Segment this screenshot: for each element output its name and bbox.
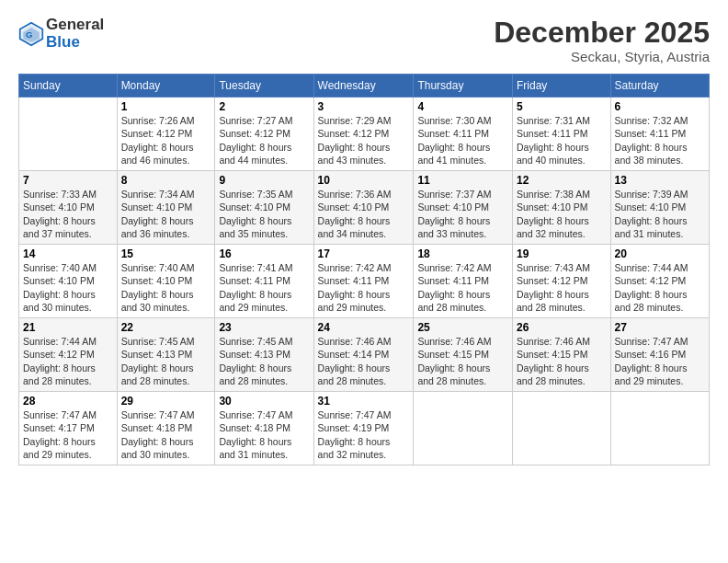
calendar-day-cell [610, 392, 709, 465]
day-info: Sunrise: 7:43 AM Sunset: 4:12 PM Dayligh… [517, 261, 607, 314]
day-number: 16 [219, 247, 309, 260]
calendar-day-header: Saturday [610, 75, 709, 98]
calendar-day-header: Thursday [414, 75, 513, 98]
day-number: 19 [517, 247, 607, 260]
day-number: 9 [219, 174, 309, 187]
calendar-day-cell: 15Sunrise: 7:40 AM Sunset: 4:10 PM Dayli… [117, 245, 215, 318]
day-info: Sunrise: 7:45 AM Sunset: 4:13 PM Dayligh… [219, 335, 309, 387]
day-info: Sunrise: 7:32 AM Sunset: 4:11 PM Dayligh… [615, 114, 705, 167]
day-number: 11 [417, 174, 508, 187]
day-info: Sunrise: 7:47 AM Sunset: 4:16 PM Dayligh… [615, 335, 705, 387]
day-info: Sunrise: 7:44 AM Sunset: 4:12 PM Dayligh… [23, 335, 113, 387]
calendar-day-header: Friday [512, 75, 610, 98]
day-number: 10 [318, 174, 410, 187]
day-info: Sunrise: 7:46 AM Sunset: 4:15 PM Dayligh… [417, 335, 508, 387]
day-info: Sunrise: 7:33 AM Sunset: 4:10 PM Dayligh… [23, 188, 113, 240]
day-info: Sunrise: 7:38 AM Sunset: 4:10 PM Dayligh… [517, 188, 607, 240]
day-info: Sunrise: 7:47 AM Sunset: 4:18 PM Dayligh… [121, 408, 211, 461]
calendar-day-cell: 7Sunrise: 7:33 AM Sunset: 4:10 PM Daylig… [19, 171, 118, 245]
calendar-day-cell: 30Sunrise: 7:47 AM Sunset: 4:18 PM Dayli… [215, 392, 313, 465]
day-info: Sunrise: 7:40 AM Sunset: 4:10 PM Dayligh… [23, 261, 113, 314]
day-info: Sunrise: 7:36 AM Sunset: 4:10 PM Dayligh… [318, 188, 410, 240]
day-info: Sunrise: 7:47 AM Sunset: 4:19 PM Dayligh… [318, 408, 410, 461]
calendar-day-cell: 8Sunrise: 7:34 AM Sunset: 4:10 PM Daylig… [117, 171, 215, 245]
calendar-day-cell: 27Sunrise: 7:47 AM Sunset: 4:16 PM Dayli… [610, 318, 709, 392]
day-number: 26 [517, 321, 607, 334]
day-number: 21 [23, 321, 113, 334]
day-info: Sunrise: 7:27 AM Sunset: 4:12 PM Dayligh… [219, 114, 309, 167]
calendar-day-header: Wednesday [313, 75, 414, 98]
calendar-day-cell: 2Sunrise: 7:27 AM Sunset: 4:12 PM Daylig… [215, 98, 313, 171]
day-info: Sunrise: 7:47 AM Sunset: 4:18 PM Dayligh… [219, 408, 309, 461]
day-number: 25 [417, 321, 508, 334]
calendar-day-cell: 24Sunrise: 7:46 AM Sunset: 4:14 PM Dayli… [313, 318, 414, 392]
month-year: December 2025 [494, 17, 710, 49]
calendar-day-cell: 19Sunrise: 7:43 AM Sunset: 4:12 PM Dayli… [512, 245, 610, 318]
day-info: Sunrise: 7:35 AM Sunset: 4:10 PM Dayligh… [219, 188, 309, 240]
day-number: 17 [318, 247, 410, 260]
calendar-week-row: 14Sunrise: 7:40 AM Sunset: 4:10 PM Dayli… [19, 245, 710, 318]
day-number: 6 [615, 100, 705, 113]
day-number: 30 [219, 395, 309, 408]
calendar-day-cell: 9Sunrise: 7:35 AM Sunset: 4:10 PM Daylig… [215, 171, 313, 245]
day-number: 24 [318, 321, 410, 334]
calendar-day-cell: 3Sunrise: 7:29 AM Sunset: 4:12 PM Daylig… [313, 98, 414, 171]
calendar-table: SundayMondayTuesdayWednesdayThursdayFrid… [18, 74, 710, 465]
day-number: 29 [121, 395, 211, 408]
svg-text:G: G [26, 29, 32, 40]
calendar-day-cell: 18Sunrise: 7:42 AM Sunset: 4:11 PM Dayli… [414, 245, 513, 318]
logo-blue: Blue [46, 34, 104, 52]
day-info: Sunrise: 7:44 AM Sunset: 4:12 PM Dayligh… [615, 261, 705, 314]
calendar-day-cell: 13Sunrise: 7:39 AM Sunset: 4:10 PM Dayli… [610, 171, 709, 245]
day-info: Sunrise: 7:26 AM Sunset: 4:12 PM Dayligh… [121, 114, 211, 167]
calendar-day-cell: 1Sunrise: 7:26 AM Sunset: 4:12 PM Daylig… [117, 98, 215, 171]
day-info: Sunrise: 7:45 AM Sunset: 4:13 PM Dayligh… [121, 335, 211, 387]
day-info: Sunrise: 7:46 AM Sunset: 4:14 PM Dayligh… [318, 335, 410, 387]
calendar-day-cell: 14Sunrise: 7:40 AM Sunset: 4:10 PM Dayli… [19, 245, 118, 318]
calendar-day-cell: 21Sunrise: 7:44 AM Sunset: 4:12 PM Dayli… [19, 318, 118, 392]
calendar-day-cell: 22Sunrise: 7:45 AM Sunset: 4:13 PM Dayli… [117, 318, 215, 392]
day-info: Sunrise: 7:42 AM Sunset: 4:11 PM Dayligh… [417, 261, 508, 314]
day-info: Sunrise: 7:30 AM Sunset: 4:11 PM Dayligh… [417, 114, 508, 167]
logo-text: General Blue [46, 17, 104, 51]
day-number: 22 [121, 321, 211, 334]
page: G General Blue December 2025 Seckau, Sty… [0, 0, 728, 563]
day-number: 2 [219, 100, 309, 113]
calendar-day-cell: 28Sunrise: 7:47 AM Sunset: 4:17 PM Dayli… [19, 392, 118, 465]
calendar-day-cell: 31Sunrise: 7:47 AM Sunset: 4:19 PM Dayli… [313, 392, 414, 465]
calendar-week-row: 28Sunrise: 7:47 AM Sunset: 4:17 PM Dayli… [19, 392, 710, 465]
calendar-day-cell: 16Sunrise: 7:41 AM Sunset: 4:11 PM Dayli… [215, 245, 313, 318]
calendar-day-cell: 20Sunrise: 7:44 AM Sunset: 4:12 PM Dayli… [610, 245, 709, 318]
logo-icon: G [18, 21, 44, 47]
day-number: 15 [121, 247, 211, 260]
calendar-day-header: Sunday [19, 75, 118, 98]
calendar-day-cell [512, 392, 610, 465]
day-number: 23 [219, 321, 309, 334]
day-info: Sunrise: 7:40 AM Sunset: 4:10 PM Dayligh… [121, 261, 211, 314]
calendar-header-row: SundayMondayTuesdayWednesdayThursdayFrid… [19, 75, 710, 98]
day-number: 3 [318, 100, 410, 113]
day-info: Sunrise: 7:42 AM Sunset: 4:11 PM Dayligh… [318, 261, 410, 314]
location: Seckau, Styria, Austria [494, 49, 710, 64]
calendar-day-cell: 29Sunrise: 7:47 AM Sunset: 4:18 PM Dayli… [117, 392, 215, 465]
day-info: Sunrise: 7:34 AM Sunset: 4:10 PM Dayligh… [121, 188, 211, 240]
calendar-day-cell: 11Sunrise: 7:37 AM Sunset: 4:10 PM Dayli… [414, 171, 513, 245]
calendar-day-cell: 5Sunrise: 7:31 AM Sunset: 4:11 PM Daylig… [512, 98, 610, 171]
day-number: 18 [417, 247, 508, 260]
day-number: 12 [517, 174, 607, 187]
calendar-week-row: 21Sunrise: 7:44 AM Sunset: 4:12 PM Dayli… [19, 318, 710, 392]
calendar-day-cell: 10Sunrise: 7:36 AM Sunset: 4:10 PM Dayli… [313, 171, 414, 245]
day-number: 8 [121, 174, 211, 187]
day-number: 4 [417, 100, 508, 113]
calendar-day-cell: 23Sunrise: 7:45 AM Sunset: 4:13 PM Dayli… [215, 318, 313, 392]
day-info: Sunrise: 7:41 AM Sunset: 4:11 PM Dayligh… [219, 261, 309, 314]
calendar-day-cell: 17Sunrise: 7:42 AM Sunset: 4:11 PM Dayli… [313, 245, 414, 318]
day-info: Sunrise: 7:31 AM Sunset: 4:11 PM Dayligh… [517, 114, 607, 167]
day-number: 20 [615, 247, 705, 260]
calendar-day-cell: 25Sunrise: 7:46 AM Sunset: 4:15 PM Dayli… [414, 318, 513, 392]
day-number: 28 [23, 395, 113, 408]
calendar-day-cell [414, 392, 513, 465]
calendar-day-cell: 6Sunrise: 7:32 AM Sunset: 4:11 PM Daylig… [610, 98, 709, 171]
day-number: 27 [615, 321, 705, 334]
day-number: 14 [23, 247, 113, 260]
